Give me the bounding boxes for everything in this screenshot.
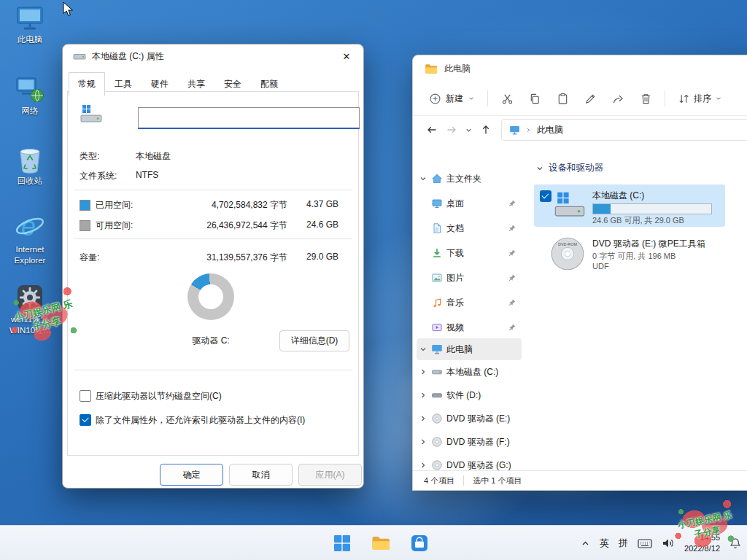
- chevron-down-icon: [419, 345, 427, 354]
- tab-security[interactable]: 安全: [214, 74, 251, 96]
- tab-hardware[interactable]: 硬件: [142, 74, 178, 96]
- share-button[interactable]: [605, 88, 630, 109]
- free-space-bytes: 26,436,972,544 字节: [172, 219, 287, 232]
- pin-icon: [508, 298, 516, 307]
- desktop-icon-network[interactable]: 网络: [4, 76, 55, 117]
- drive-icon: [431, 366, 443, 378]
- tab-general[interactable]: 常规: [69, 72, 105, 96]
- delete-button[interactable]: [633, 88, 658, 109]
- desktop-icon: [431, 198, 443, 209]
- section-header-label: 设备和驱动器: [549, 162, 603, 174]
- dvd-e-item[interactable]: DVD-ROM DVD 驱动器 (E:) 微PE工具箱 0 字节 可用, 共 1…: [534, 233, 725, 278]
- tab-tools[interactable]: 工具: [105, 74, 142, 96]
- ok-button[interactable]: 确定: [160, 464, 223, 486]
- filesystem-value: NTFS: [136, 170, 158, 180]
- sort-button[interactable]: 排序: [672, 88, 728, 109]
- capacity-size: 29.0 GB: [293, 252, 338, 262]
- chevron-down-icon: [419, 174, 427, 183]
- index-checkbox-label: 除了文件属性外，还允许索引此驱动器上文件的内容(I): [96, 414, 305, 427]
- explorer-address-row: 此电脑: [413, 115, 747, 144]
- forward-button[interactable]: [441, 120, 461, 140]
- dialog-titlebar[interactable]: 本地磁盘 (C:) 属性: [63, 44, 363, 68]
- tab-quota[interactable]: 配额: [251, 74, 287, 96]
- tab-sharing[interactable]: 共享: [178, 74, 214, 96]
- explorer-main: 设备和驱动器 本地磁盘 (C:) 24.6 GB 可用, 共 29.0 GB D…: [522, 144, 747, 471]
- sidebar-item-documents[interactable]: 文档: [417, 217, 522, 239]
- volume-label-input[interactable]: [138, 107, 360, 129]
- explorer-toolbar: 新建 排序: [413, 82, 747, 116]
- chevron-right-icon: [419, 414, 427, 423]
- paste-button[interactable]: [550, 88, 575, 109]
- volume-button[interactable]: [662, 537, 675, 549]
- sidebar-item-music[interactable]: 音乐: [417, 292, 522, 314]
- sidebar-item-dvd-g[interactable]: DVD 驱动器 (G:): [417, 454, 522, 471]
- desktop-icon-internet-explorer[interactable]: e Internet Explorer: [4, 211, 55, 266]
- ime-pinyin-indicator[interactable]: 拼: [619, 537, 628, 550]
- cut-button[interactable]: [495, 88, 519, 109]
- close-button[interactable]: ✕: [330, 44, 363, 68]
- drive-c-item[interactable]: 本地磁盘 (C:) 24.6 GB 可用, 共 29.0 GB: [534, 184, 725, 227]
- back-button[interactable]: [422, 120, 441, 140]
- sidebar-item-downloads[interactable]: 下载: [417, 242, 522, 264]
- tray-expand-button[interactable]: [581, 539, 590, 548]
- plus-circle-icon: [429, 93, 441, 105]
- copy-icon: [529, 93, 541, 105]
- rename-button[interactable]: [578, 88, 603, 109]
- taskbar-clock[interactable]: 14:55 2022/8/12: [684, 532, 720, 554]
- sidebar-item-videos[interactable]: 视频: [417, 316, 522, 338]
- sidebar-item-dvd-e[interactable]: DVD 驱动器 (E:): [417, 408, 522, 429]
- touch-keyboard-button[interactable]: [638, 537, 652, 549]
- sidebar-item-this-pc[interactable]: 此电脑: [417, 338, 522, 360]
- up-button[interactable]: [476, 120, 495, 140]
- this-pc-icon: [15, 6, 44, 32]
- section-devices-and-drives[interactable]: 设备和驱动器: [535, 162, 603, 174]
- drive-usage-bar: [592, 203, 712, 214]
- desktop-icon-recycle-bin[interactable]: 回收站: [4, 144, 55, 187]
- sidebar-item-pictures[interactable]: 图片: [417, 267, 522, 289]
- new-button[interactable]: 新建: [423, 88, 481, 109]
- status-divider: [463, 475, 464, 486]
- recent-locations-button[interactable]: [461, 120, 476, 140]
- details-button[interactable]: 详细信息(D): [279, 330, 349, 351]
- sidebar-item-label: 桌面: [446, 198, 464, 210]
- desktop-icon-this-pc[interactable]: 此电脑: [4, 6, 55, 45]
- free-legend-swatch: [80, 220, 90, 231]
- donut-hole: [198, 284, 223, 309]
- chevron-down-icon: [465, 126, 473, 134]
- desktop-icon-win11-restore[interactable]: win11恢复 WIN10经...: [4, 283, 55, 336]
- sidebar-item-dvd-f[interactable]: DVD 驱动器 (F:): [417, 431, 522, 453]
- sort-icon: [678, 93, 690, 105]
- explorer-app-icon: [425, 63, 438, 74]
- sidebar-item-label: 图片: [446, 272, 464, 284]
- desktop-icon-label: Internet Explorer: [4, 244, 55, 266]
- sidebar-item-label: DVD 驱动器 (E:): [446, 413, 510, 425]
- ime-english-indicator[interactable]: 英: [600, 537, 609, 550]
- chevron-right-icon: [525, 127, 532, 133]
- pin-icon: [508, 249, 516, 257]
- sort-button-label: 排序: [694, 93, 711, 105]
- apply-button[interactable]: 应用(A): [298, 464, 362, 486]
- address-bar[interactable]: 此电脑: [501, 119, 747, 141]
- sidebar-item-drive-c[interactable]: 本地磁盘 (C:): [417, 361, 522, 383]
- start-button[interactable]: [328, 529, 356, 557]
- network-icon: [15, 76, 44, 104]
- sidebar-item-label: 视频: [446, 322, 464, 334]
- sidebar-item-home[interactable]: 主文件夹: [417, 168, 522, 190]
- disc-icon: [431, 436, 443, 448]
- sidebar-item-label: 下载: [446, 247, 464, 260]
- notification-center-button[interactable]: [729, 537, 741, 549]
- index-checkbox[interactable]: [80, 414, 91, 426]
- sidebar-item-desktop[interactable]: 桌面: [417, 192, 522, 214]
- item-checkbox[interactable]: [540, 190, 551, 202]
- explorer-titlebar[interactable]: 此电脑: [413, 55, 747, 82]
- cancel-button[interactable]: 取消: [229, 464, 293, 486]
- taskbar-file-explorer[interactable]: [367, 529, 395, 557]
- taskbar-store[interactable]: [406, 529, 433, 557]
- videos-icon: [431, 322, 443, 333]
- pin-icon: [508, 199, 516, 208]
- sidebar-item-drive-d[interactable]: 软件 (D:): [417, 384, 522, 406]
- apply-button-label: 应用(A): [316, 469, 345, 481]
- copy-button[interactable]: [522, 88, 547, 109]
- desktop-icon-label: 回收站: [4, 176, 55, 187]
- compress-checkbox[interactable]: [80, 390, 91, 402]
